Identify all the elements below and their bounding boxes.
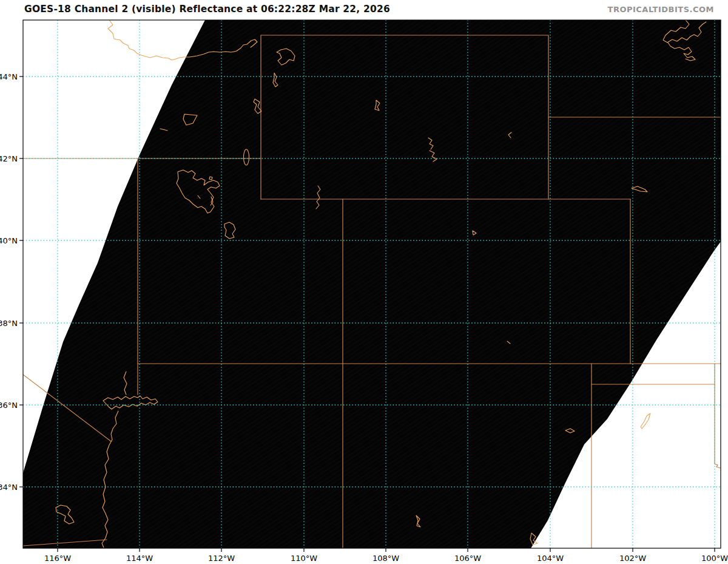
satellite-map: 44°N42°N40°N38°N36°N34°N 116°W114°W112°W… (0, 0, 728, 564)
latitude-axis: 44°N42°N40°N38°N36°N34°N (0, 72, 23, 492)
tick-label-40°N: 40°N (0, 236, 18, 245)
tick-label-104°W: 104°W (537, 554, 564, 563)
tick-label-100°W: 100°W (701, 554, 728, 563)
tick-label-114°W: 114°W (126, 554, 153, 563)
tick-label-36°N: 36°N (0, 401, 18, 410)
longitude-axis: 116°W114°W112°W110°W108°W106°W104°W102°W… (44, 548, 728, 563)
tick-label-42°N: 42°N (0, 154, 18, 163)
tick-label-102°W: 102°W (619, 554, 646, 563)
tick-label-108°W: 108°W (372, 554, 399, 563)
tick-label-38°N: 38°N (0, 319, 18, 328)
tick-label-112°W: 112°W (208, 554, 235, 563)
tick-label-110°W: 110°W (291, 554, 317, 563)
tick-label-44°N: 44°N (0, 72, 18, 81)
tick-label-106°W: 106°W (454, 554, 481, 563)
tick-label-116°W: 116°W (44, 554, 71, 563)
tick-label-34°N: 34°N (0, 483, 18, 492)
map-plot-area (23, 20, 721, 548)
